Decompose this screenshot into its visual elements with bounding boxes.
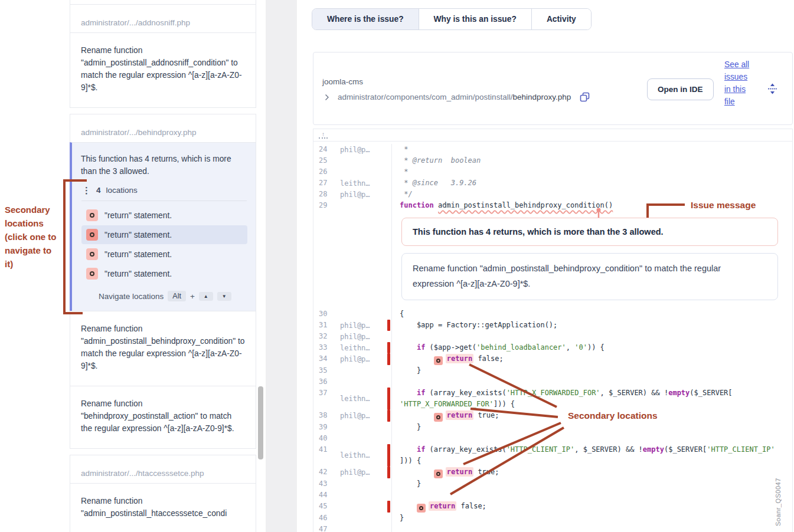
code-segment	[400, 354, 434, 363]
code-line: 26 *	[313, 166, 792, 178]
gutter-spacer	[387, 166, 390, 178]
open-in-ide-button[interactable]: Open in IDE	[647, 78, 714, 100]
code-line: 30{	[313, 308, 792, 320]
code-segment: false;	[456, 502, 486, 510]
gutter-spacer	[387, 433, 390, 444]
code-text-row: 'HTTP_X_FORWARDED_FOR'])) {	[400, 399, 792, 410]
line-number[interactable]: 37	[313, 387, 340, 410]
code-text-row	[400, 433, 792, 444]
line-number[interactable]: 26	[313, 166, 340, 178]
location-label: "return" statement.	[104, 211, 172, 220]
code-text-rows: if (array_key_exists('HTTP_X_FORWARDED_F…	[391, 387, 792, 410]
expand-up-icon[interactable]: ↑	[319, 132, 328, 139]
code-segment: 'behind_loadbalancer'	[476, 343, 566, 352]
sidebar-issue-card[interactable]: Rename function "admin_postinstall_addno…	[70, 32, 256, 108]
code-text-row: }	[400, 365, 792, 376]
issue-gutter-bar	[387, 353, 390, 365]
code-text-rows	[391, 331, 792, 342]
line-number[interactable]: 42	[313, 467, 340, 478]
line-number[interactable]: 27	[313, 178, 340, 189]
code-segment	[400, 502, 417, 510]
line-number[interactable]: 39	[313, 422, 340, 433]
code-line: 32phil@p…	[313, 331, 792, 342]
move-handle-icon[interactable]	[767, 83, 778, 97]
line-number[interactable]: 33	[313, 342, 340, 353]
line-author: phil@p…	[340, 410, 387, 422]
location-marker-icon[interactable]	[434, 413, 443, 422]
location-marker-icon[interactable]	[434, 469, 443, 478]
location-row[interactable]: "return" statement.	[81, 264, 247, 283]
code-segment: function	[400, 201, 434, 209]
issue-message-text: This function has 4 returns, which is mo…	[72, 153, 256, 183]
code-line: 24phil@p… *	[313, 144, 792, 155]
sidebar-issue-card[interactable]: Rename function "behindproxy_postinstall…	[70, 386, 256, 449]
navigate-down-button[interactable]: ▼	[217, 292, 231, 301]
code-segment: */	[400, 190, 413, 198]
copy-icon[interactable]	[580, 92, 590, 102]
line-author	[340, 513, 387, 524]
page: Secondary locations (click one to naviga…	[0, 0, 794, 532]
line-number[interactable]: 38	[313, 410, 340, 422]
line-number[interactable]: 28	[313, 189, 340, 200]
location-marker-icon[interactable]	[434, 356, 443, 365]
code-text-rows	[391, 524, 792, 532]
line-number[interactable]: 25	[313, 155, 340, 166]
code-segment: }	[400, 366, 421, 375]
code-segment: empty	[668, 389, 690, 397]
line-number[interactable]: 35	[313, 365, 340, 376]
code-line: 39 }	[313, 422, 792, 433]
issue-gutter-bar	[387, 467, 390, 478]
line-number[interactable]: 29	[313, 200, 340, 211]
gutter-spacer	[387, 155, 390, 166]
tab-why-is-this-an-issue[interactable]: Why is this an issue?	[419, 9, 531, 29]
line-author	[340, 155, 387, 166]
navigate-locations-row: Navigate locationsAlt+▲▼	[72, 284, 256, 303]
line-number[interactable]: 32	[313, 331, 340, 342]
location-row[interactable]: "return" statement.	[81, 245, 247, 264]
location-marker-icon[interactable]	[417, 504, 426, 513]
line-number[interactable]: 41	[313, 444, 340, 467]
code-line: 25 * @return boolean	[313, 155, 792, 166]
line-number[interactable]: 45	[313, 501, 340, 513]
location-row[interactable]: "return" statement.	[81, 225, 247, 244]
line-number-empty	[313, 211, 340, 308]
line-number[interactable]: 36	[313, 376, 340, 387]
tab-activity[interactable]: Activity	[531, 9, 591, 29]
issue-gutter-bar	[387, 444, 390, 467]
code-segment: true;	[473, 468, 499, 476]
line-number[interactable]: 30	[313, 308, 340, 320]
locations-count: 4	[96, 186, 101, 195]
code-line: 31phil@p… $app = Factory::getApplication…	[313, 320, 792, 331]
location-dot-icon	[90, 213, 94, 218]
inline-issue-boxes: This function has 4 returns, which is mo…	[400, 211, 792, 308]
line-number[interactable]: 40	[313, 433, 340, 444]
navigate-up-button[interactable]: ▲	[199, 292, 213, 301]
code-text-rows: return false;	[391, 501, 792, 513]
code-text-rows: return false;	[391, 353, 792, 365]
see-all-issues-link[interactable]: See all issues in this file	[724, 58, 754, 108]
sidebar-file-group-header: administrator/.../behindproxy.php	[70, 114, 256, 143]
project-name: joomla-cms	[322, 77, 363, 86]
sidebar-scrollbar-thumb[interactable]	[258, 386, 263, 459]
location-dot-icon	[90, 252, 94, 257]
line-number[interactable]: 31	[313, 320, 340, 331]
code-line: 44	[313, 490, 792, 501]
line-number[interactable]: 43	[313, 478, 340, 490]
location-row[interactable]: "return" statement.	[81, 206, 247, 225]
line-author	[340, 433, 387, 444]
line-number[interactable]: 44	[313, 490, 340, 501]
tab-where-is-the-issue[interactable]: Where is the issue?	[312, 9, 419, 29]
code-line: 42phil@p… return true;	[313, 467, 792, 478]
sidebar-issue-card[interactable]: Rename function "admin_postinstall_behin…	[70, 311, 256, 386]
code-segment: }	[400, 423, 421, 431]
line-number[interactable]: 24	[313, 144, 340, 155]
gutter-spacer	[387, 331, 390, 342]
line-number[interactable]: 34	[313, 353, 340, 365]
line-number[interactable]: 46	[313, 513, 340, 524]
sidebar-selected-issue-card[interactable]: This function has 4 returns, which is mo…	[70, 142, 256, 311]
line-number[interactable]: 47	[313, 524, 340, 532]
location-dot-icon	[90, 232, 94, 237]
sidebar-issue-card[interactable]: Rename function "admin_postinstall_htacc…	[70, 483, 256, 532]
code-line: 27leithn… * @since 3.9.26	[313, 178, 792, 189]
code-text-rows: }	[391, 478, 792, 490]
